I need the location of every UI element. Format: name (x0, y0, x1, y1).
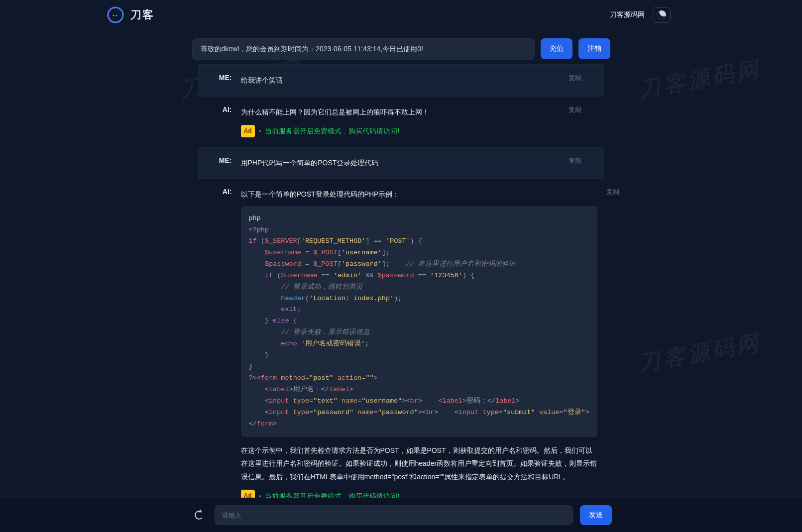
brand-logo-icon (107, 6, 124, 24)
message-input[interactable] (215, 505, 573, 525)
reset-icon (195, 511, 204, 520)
svg-point-1 (107, 6, 124, 24)
message-body: 给我讲个笑话 (241, 74, 560, 87)
moon-icon (656, 9, 667, 20)
message-outro: 在这个示例中，我们首先检查请求方法是否为POST，如果是POST，则获取提交的用… (241, 444, 597, 484)
copy-button[interactable]: 复制 (606, 188, 630, 503)
brand-name: 刀客 (130, 7, 154, 22)
send-button[interactable]: 发送 (580, 505, 612, 525)
theme-toggle[interactable] (653, 7, 671, 23)
ad-badge: Ad (241, 125, 255, 137)
message-me: ME:用PHP代码写一个简单的POST登录处理代码复制 (198, 147, 604, 179)
ad-row: Ad•当前服务器开启免费模式，购买代码请访问! (241, 124, 560, 138)
ad-dot: • (259, 124, 261, 138)
speaker-label: ME: (210, 156, 232, 170)
svg-point-3 (116, 15, 117, 16)
message-text: 给我讲个笑话 (241, 74, 560, 87)
brand: 刀客 (12, 6, 154, 24)
message-body: 以下是一个简单的POST登录处理代码的PHP示例：php <?php if ($… (241, 188, 597, 503)
message-text: 为什么猪不能上网？因为它们总是被网上的狼吓得不敢上网！ (241, 106, 560, 119)
speaker-label: AI: (210, 106, 232, 138)
ad-link[interactable]: 当前服务器开启免费模式，购买代码请访问! (265, 124, 399, 138)
speaker-label: ME: (210, 74, 232, 87)
message-ai: AI:为什么猪不能上网？因为它们总是被网上的狼吓得不敢上网！Ad•当前服务器开启… (198, 97, 604, 147)
message-intro: 以下是一个简单的POST登录处理代码的PHP示例： (241, 188, 597, 201)
logout-button[interactable]: 注销 (578, 38, 610, 59)
copy-button[interactable]: 复制 (569, 74, 592, 87)
code-block: php <?php if ($_SERVER['REQUEST_METHOD']… (241, 206, 597, 437)
composer: 发送 (0, 498, 802, 532)
message-ai: AI:以下是一个简单的POST登录处理代码的PHP示例：php <?php if… (198, 179, 604, 512)
svg-point-2 (113, 15, 115, 16)
message-body: 为什么猪不能上网？因为它们总是被网上的狼吓得不敢上网！Ad•当前服务器开启免费模… (241, 106, 560, 138)
speaker-label: AI: (210, 188, 232, 503)
recharge-button[interactable]: 充值 (541, 38, 573, 59)
copy-button[interactable]: 复制 (569, 156, 592, 170)
membership-status: 尊敬的dkewl，您的会员到期时间为：2023-06-05 11:43:14,今… (192, 38, 535, 60)
reset-button[interactable] (191, 507, 208, 524)
conversation: ME:给我讲个笑话复制AI:为什么猪不能上网？因为它们总是被网上的狼吓得不敢上网… (0, 64, 802, 532)
copy-button[interactable]: 复制 (569, 106, 592, 138)
message-text: 用PHP代码写一个简单的POST登录处理代码 (241, 156, 560, 170)
message-body: 用PHP代码写一个简单的POST登录处理代码 (241, 156, 560, 170)
topbar: 刀客 刀客源码网 (0, 0, 802, 30)
app-root: 刀客源码网 刀客源码网 刀客源码网 刀客 刀客源码网 尊敬的dkewl，您的会员… (0, 0, 802, 532)
nav-link-source-site[interactable]: 刀客源码网 (608, 7, 647, 22)
membership-bar: 尊敬的dkewl，您的会员到期时间为：2023-06-05 11:43:14,今… (0, 30, 802, 64)
message-me: ME:给我讲个笑话复制 (198, 64, 604, 97)
